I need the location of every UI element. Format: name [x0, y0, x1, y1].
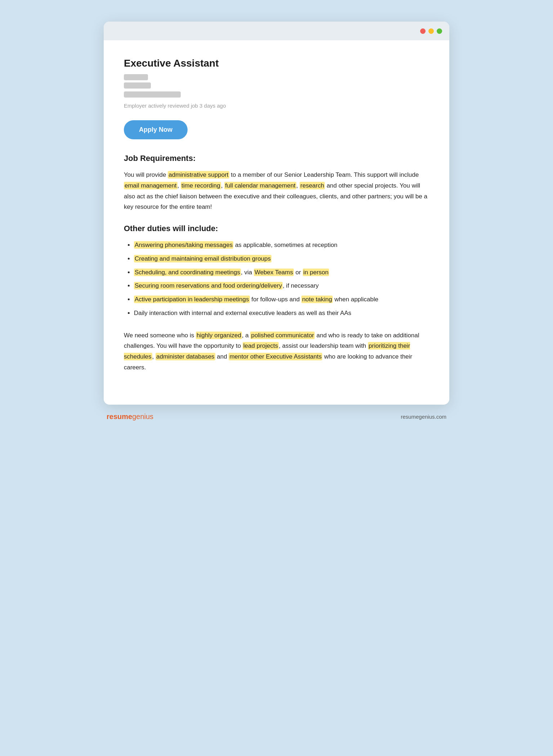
closing-paragraph: We need someone who is highly organized,… [124, 330, 429, 373]
duties-list: Answering phones/taking messages as appl… [124, 240, 429, 319]
req-highlight-time-recording: time recording [181, 182, 221, 189]
closing-text-6: and [215, 353, 229, 360]
closing-text-1: We need someone who is [124, 332, 196, 339]
list-item: Daily interaction with internal and exte… [134, 308, 429, 319]
list-item: Active participation in leadership meeti… [134, 294, 429, 305]
list-item: Securing room reservations and food orde… [134, 280, 429, 291]
closing-highlight-administer-databases: administer databases [156, 353, 215, 360]
closing-highlight-polished-communicator: polished communicator [250, 332, 315, 339]
closing-highlight-mentor-executive-assistants: mentor other Executive Assistants [229, 353, 322, 360]
req-highlight-email-management: email management [124, 182, 177, 189]
duty-highlight-5a: Active participation in leadership meeti… [134, 296, 250, 303]
duties-heading: Other duties will include: [124, 224, 429, 233]
location-redacted [124, 82, 151, 89]
salary-redacted [124, 91, 181, 98]
traffic-light-red[interactable] [420, 28, 426, 34]
req-text-4: , [221, 182, 224, 189]
browser-titlebar [104, 22, 449, 40]
brand-resume: resume [107, 413, 132, 420]
duty-highlight-5b: note taking [301, 296, 333, 303]
closing-highlight-highly-organized: highly organized [196, 332, 242, 339]
traffic-light-green[interactable] [437, 28, 442, 34]
duty-highlight-3a: Scheduling, and coordinating meetings [134, 269, 241, 276]
req-highlight-administrative-support: administrative support [168, 171, 229, 179]
brand-genius: genius [132, 413, 153, 420]
traffic-light-yellow[interactable] [428, 28, 434, 34]
req-text-2: to a member of our Senior Leadership Tea… [229, 171, 419, 178]
content-area: Executive Assistant Employer actively re… [104, 40, 449, 405]
apply-now-button[interactable]: Apply Now [124, 120, 188, 139]
closing-text-4: , assist our leadership team with [279, 342, 368, 349]
requirements-paragraph: You will provide administrative support … [124, 170, 429, 212]
company-name [124, 74, 429, 80]
traffic-lights [420, 28, 442, 34]
requirements-heading: Job Requirements: [124, 154, 429, 163]
req-text-3: , [177, 182, 181, 189]
browser-window: Executive Assistant Employer actively re… [104, 22, 449, 405]
duty-highlight-3c: in person [303, 269, 329, 276]
list-item: Scheduling, and coordinating meetings, v… [134, 267, 429, 278]
list-item: Creating and maintaining email distribut… [134, 253, 429, 264]
company-name-redacted [124, 74, 148, 80]
duty-highlight-3b: Webex Teams [254, 269, 294, 276]
salary-type [124, 91, 429, 98]
req-highlight-research: research [300, 182, 325, 189]
duty-highlight-2: Creating and maintaining email distribut… [134, 255, 271, 262]
list-item: Answering phones/taking messages as appl… [134, 240, 429, 251]
closing-highlight-lead-projects: lead projects [243, 342, 279, 350]
job-location [124, 82, 429, 89]
footer-url: resumegenius.com [401, 414, 446, 420]
footer-bar: resumegenius resumegenius.com [104, 405, 449, 421]
req-highlight-full-calendar-management: full calendar management [224, 182, 296, 189]
duty-highlight-1: Answering phones/taking messages [134, 241, 233, 249]
closing-text-5: , [152, 353, 156, 360]
req-text-1: You will provide [124, 171, 168, 178]
employer-status: Employer actively reviewed job 3 days ag… [124, 103, 429, 109]
duty-highlight-4: Securing room reservations and food orde… [134, 282, 283, 289]
job-title: Executive Assistant [124, 58, 429, 69]
closing-text-2: , a [242, 332, 251, 339]
req-text-5: , [296, 182, 300, 189]
footer-brand: resumegenius [107, 413, 153, 421]
